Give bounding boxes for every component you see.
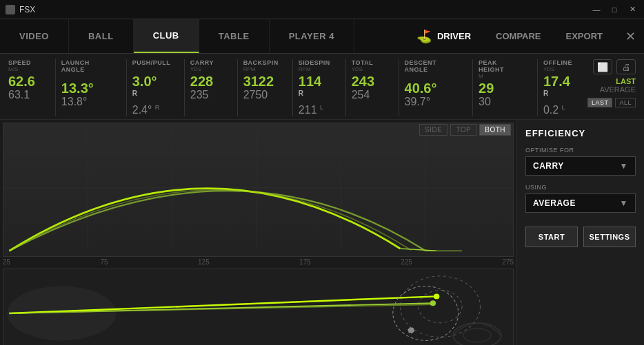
filter-all-button[interactable]: ALL xyxy=(615,98,636,107)
stat-launch-angle: LAUNCH ANGLE 13.3° 13.8° xyxy=(61,59,121,108)
total-last: 243 xyxy=(352,74,379,89)
panel-buttons: START SETTINGS xyxy=(525,227,636,247)
copy-icon-button[interactable]: ⬜ xyxy=(593,59,612,74)
maximize-button[interactable]: □ xyxy=(608,3,621,16)
divider-6 xyxy=(345,59,346,116)
optimise-label: OPTIMISE FOR xyxy=(525,147,636,154)
last-indicator: LAST xyxy=(616,77,636,85)
total-avg: 254 xyxy=(352,89,379,101)
descent-last: 40.6° xyxy=(405,81,454,96)
total-label: TOTAL xyxy=(352,59,379,66)
close-button[interactable]: ✕ xyxy=(626,3,638,16)
backspin-avg: 2750 xyxy=(243,89,273,101)
optimise-section: OPTIMISE FOR CARRY ▼ xyxy=(525,147,636,176)
start-button[interactable]: START xyxy=(525,227,578,247)
divider-8 xyxy=(472,59,473,116)
app-name: FSX xyxy=(19,5,35,14)
nav-close-button[interactable]: ✕ xyxy=(616,29,644,44)
sidespin-avg: 211 L xyxy=(299,104,326,116)
launch-angle-avg: 13.8° xyxy=(61,96,107,108)
stat-backspin: BACKSPIN RPM 3122 2750 xyxy=(243,59,287,101)
optimise-select[interactable]: CARRY ▼ xyxy=(525,156,636,176)
side-toggle-both[interactable]: BOTH xyxy=(479,124,511,136)
topview-svg xyxy=(3,269,513,345)
peak-height-sub: M xyxy=(479,73,518,79)
descent-angle-label: DESCENT ANGLE xyxy=(405,59,454,73)
backspin-label: BACKSPIN xyxy=(243,59,273,66)
launch-angle-sub xyxy=(61,73,107,79)
window-controls: — □ ✕ xyxy=(590,3,638,16)
svg-point-20 xyxy=(408,327,414,333)
filter-row: LAST ALL xyxy=(587,98,636,107)
tab-table[interactable]: TABLE xyxy=(199,19,270,53)
watermark-icon xyxy=(450,308,505,345)
compare-label: COMPARE xyxy=(496,31,541,41)
x-label-225: 225 xyxy=(401,258,412,266)
speed-avg: 63.1 xyxy=(8,89,36,101)
trajectory-svg xyxy=(3,123,513,256)
divider-2 xyxy=(126,59,127,116)
settings-button[interactable]: SETTINGS xyxy=(583,227,636,247)
app-icon xyxy=(6,5,15,14)
trajectory-chart xyxy=(3,123,514,257)
x-label-75: 75 xyxy=(101,258,108,266)
golf-icon: ⛳ xyxy=(416,29,432,44)
sidespin-last: 114 R xyxy=(299,74,326,104)
side-toggle-side[interactable]: SIDE xyxy=(419,124,447,136)
stat-carry: CaRRY YDS 228 235 xyxy=(190,59,232,101)
stats-bar: SPEED M/S 62.6 63.1 LAUNCH ANGLE 13.3° 1… xyxy=(0,54,644,120)
sidespin-label: SIDESPIN xyxy=(299,59,326,66)
offline-sub: YDS xyxy=(543,66,574,72)
x-axis-labels: 25 75 125 175 225 275 xyxy=(0,257,516,267)
offline-avg: 0.2 L xyxy=(543,104,574,116)
sidespin-sub: RPM xyxy=(299,66,326,72)
avg-indicator: AVERAGE xyxy=(600,85,636,94)
side-toggle-top[interactable]: TOP xyxy=(450,124,476,136)
minimize-button[interactable]: — xyxy=(590,3,603,16)
push-pull-sub xyxy=(132,66,165,72)
title-bar: FSX — □ ✕ xyxy=(0,0,644,19)
tab-video[interactable]: VIDEO xyxy=(0,19,69,53)
driver-item[interactable]: ⛳ DRIVER xyxy=(405,19,482,53)
divider-7 xyxy=(399,59,399,116)
right-panel: EFFICIENCY OPTIMISE FOR CARRY ▼ USING AV… xyxy=(516,120,644,345)
optimise-chevron-icon: ▼ xyxy=(620,161,628,171)
x-label-125: 125 xyxy=(198,258,210,266)
print-icon-button[interactable]: 🖨 xyxy=(616,59,636,74)
filter-last-button[interactable]: LAST xyxy=(587,98,613,107)
export-item[interactable]: EXPORT xyxy=(555,19,614,53)
tab-club[interactable]: CLUB xyxy=(134,19,199,53)
carry-label: CaRRY xyxy=(190,59,218,66)
compare-item[interactable]: COMPARE xyxy=(485,19,552,53)
using-label: USING xyxy=(525,184,636,191)
chart-area: SIDE TOP BOTH xyxy=(0,120,516,345)
carry-last: 228 xyxy=(190,74,218,89)
nav-tabs: VIDEO BALL CLUB TABLE PLAYER 4 ⛳ DRIVER … xyxy=(0,19,644,54)
optimise-value: CARRY xyxy=(533,161,564,171)
using-select[interactable]: AVERAGE ▼ xyxy=(525,194,636,213)
stat-speed: SPEED M/S 62.6 63.1 xyxy=(8,59,50,101)
offline-label: OFFLINE xyxy=(543,59,574,66)
export-label: EXPORT xyxy=(566,31,603,41)
tab-ball[interactable]: BALL xyxy=(69,19,134,53)
divider-1 xyxy=(55,59,56,116)
nav-right: ⛳ DRIVER COMPARE EXPORT ✕ xyxy=(405,19,644,53)
svg-point-19 xyxy=(430,300,436,306)
launch-angle-label: LAUNCH ANGLE xyxy=(61,59,107,73)
push-pull-last: 3.0° R xyxy=(132,74,165,104)
side-toggle: SIDE TOP BOTH xyxy=(419,124,511,136)
tab-player4[interactable]: PLAYER 4 xyxy=(270,19,354,53)
backspin-last: 3122 xyxy=(243,74,273,89)
push-pull-avg: 2.4° R xyxy=(132,104,165,116)
x-label-175: 175 xyxy=(299,258,311,266)
svg-point-13 xyxy=(463,328,491,342)
offline-last: 17.4 R xyxy=(543,74,574,104)
carry-sub: YDS xyxy=(190,66,218,72)
stat-icons: ⬜ 🖨 xyxy=(593,59,636,74)
stat-sidespin: SIDESPIN RPM 114 R 211 L xyxy=(299,59,340,116)
title-bar-left: FSX xyxy=(6,5,35,14)
x-label-275: 275 xyxy=(502,258,514,266)
divider-4 xyxy=(237,59,238,116)
stat-descent-angle: DESCENT ANGLE 40.6° 39.7° xyxy=(405,59,467,108)
peak-height-label: PEAK HEIGHT xyxy=(479,59,518,73)
